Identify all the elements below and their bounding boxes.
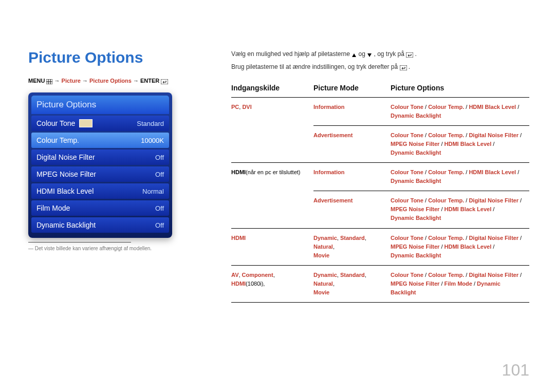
table-text: Standard: [340, 235, 365, 241]
osd-row-left: Dynamic Backlight: [36, 221, 96, 229]
table-text: Colour Tone: [391, 235, 423, 241]
osd-row[interactable]: Dynamic BacklightOff: [31, 217, 169, 233]
table-text: HDMI Black Level: [445, 206, 492, 212]
intro-1c: , og tryk på: [374, 50, 406, 58]
table-text: Colour Temp.: [428, 132, 464, 138]
table-text: /: [491, 244, 494, 250]
table-text: Advertisement: [313, 132, 353, 138]
table-text: Digital Noise Filter: [469, 132, 519, 138]
table-text: /: [516, 104, 519, 110]
table-text: /: [491, 141, 494, 147]
table-text: DVI: [242, 104, 251, 110]
table-text: Component: [242, 272, 273, 278]
table-text: Advertisement: [313, 197, 353, 203]
enter-icon-inline-2: [400, 62, 407, 72]
osd-row[interactable]: MPEG Noise FilterOff: [31, 166, 169, 182]
osd-row-value: Off: [155, 171, 164, 178]
footnote-dash: ―: [28, 246, 35, 251]
osd-row-value: Off: [155, 221, 164, 229]
cell-source: HDMI: [231, 228, 313, 265]
th-options: Picture Options: [391, 82, 529, 98]
table-text: Film Mode: [445, 281, 472, 287]
cell-mode: Dynamic, Standard, Natural, Movie: [313, 265, 391, 302]
footnote-text: Det viste billede kan variere afhængigt …: [35, 246, 152, 251]
osd-row[interactable]: Colour ToneStandard: [31, 116, 169, 131]
table-text: ,: [273, 272, 275, 278]
osd-row[interactable]: HDMI Black LevelNormal: [31, 183, 169, 199]
table-text: HDMI Black Level: [445, 244, 492, 250]
table-text: /: [423, 132, 428, 138]
page-title: Picture Options: [28, 49, 193, 66]
table-text: /: [439, 281, 444, 287]
table-text: PC: [231, 104, 239, 110]
table-text: /: [464, 132, 469, 138]
table-row: HDMIDynamic, Standard, Natural, MovieCol…: [231, 228, 529, 265]
osd-row-label: Digital Noise Filter: [36, 153, 95, 161]
table-text: /: [519, 272, 522, 278]
cell-source: AV, Component, HDMI(1080i),: [231, 265, 313, 302]
breadcrumb-options: Picture Options: [89, 78, 132, 84]
table-text: Digital Noise Filter: [469, 235, 519, 241]
intro-2b: .: [409, 63, 410, 70]
table-text: Colour Tone: [391, 132, 423, 138]
table-text: Natural: [313, 281, 333, 287]
cell-options: Colour Tone / Colour Temp. / HDMI Black …: [391, 163, 529, 191]
table-text: /: [516, 169, 519, 175]
table-text: Natural: [313, 244, 333, 250]
table-text: ,: [365, 272, 366, 278]
table-text: ,: [333, 281, 335, 287]
table-text: HDMI Black Level: [469, 104, 516, 110]
cell-mode: Advertisement: [313, 191, 391, 228]
table-text: /: [439, 244, 444, 250]
table-text: Colour Temp.: [428, 104, 464, 110]
table-body: PC, DVIInformationColour Tone / Colour T…: [231, 98, 529, 303]
table-text: /: [423, 272, 428, 278]
page-number: 101: [502, 361, 529, 380]
osd-row-left: HDMI Black Level: [36, 187, 94, 195]
intro-1b: og: [358, 50, 367, 58]
table-text: /: [519, 197, 522, 203]
svg-marker-6: [367, 53, 372, 57]
table-text: Standard: [340, 272, 365, 278]
table-text: /: [519, 132, 522, 138]
cell-options: Colour Tone / Colour Temp. / Digital Noi…: [391, 126, 529, 163]
cell-options: Colour Tone / Colour Temp. / Digital Noi…: [391, 265, 529, 302]
table-text: HDMI: [231, 235, 246, 241]
intro-2a: Brug piletasterne til at ændre indstilli…: [231, 63, 400, 70]
osd-row-label: Colour Temp.: [36, 136, 79, 144]
intro-1d: .: [415, 50, 417, 58]
svg-rect-4: [161, 79, 168, 84]
table-text: HDMI Black Level: [445, 141, 492, 147]
table-text: HDMI Black Level: [469, 169, 516, 175]
table-text: MPEG Noise Filter: [391, 281, 439, 287]
table-text: Dynamic Backlight: [391, 252, 441, 258]
osd-row-left: Colour Tone: [36, 119, 92, 127]
osd-row-value: Standard: [137, 120, 164, 127]
arrow-up-icon: [351, 49, 357, 60]
osd-row-value: Normal: [142, 188, 164, 195]
table-row: AV, Component, HDMI(1080i),Dynamic, Stan…: [231, 265, 529, 302]
breadcrumb-menu: MENU: [28, 78, 45, 84]
osd-row[interactable]: Digital Noise FilterOff: [31, 150, 169, 165]
table-text: /: [464, 235, 469, 241]
table-text: /: [472, 281, 477, 287]
table-text: Dynamic Backlight: [391, 215, 441, 221]
table-text: HDMI: [231, 281, 246, 287]
svg-rect-7: [406, 52, 413, 58]
table-text: Colour Temp.: [428, 272, 464, 278]
table-text: Colour Tone: [391, 197, 423, 203]
breadcrumb: MENU → Picture → Picture Options → ENTER: [28, 78, 193, 84]
osd-row-left: Film Mode: [36, 204, 70, 212]
cell-options: Colour Tone / Colour Temp. / Digital Noi…: [391, 228, 529, 265]
osd-row[interactable]: Film ModeOff: [31, 200, 169, 216]
footnote: ― Det viste billede kan variere afhængig…: [28, 246, 193, 251]
cell-options: Colour Tone / Colour Temp. / HDMI Black …: [391, 98, 529, 126]
table-text: MPEG Noise Filter: [391, 244, 439, 250]
cell-source: HDMI(når en pc er tilsluttet): [231, 163, 313, 228]
th-source: Indgangskilde: [231, 82, 313, 98]
page: Picture Options MENU → Picture → Picture…: [0, 0, 555, 392]
table-text: /: [423, 104, 428, 110]
enter-icon-inline-1: [406, 49, 413, 60]
osd-row[interactable]: Colour Temp.10000K: [31, 133, 169, 148]
osd-row-value: 10000K: [141, 137, 164, 144]
